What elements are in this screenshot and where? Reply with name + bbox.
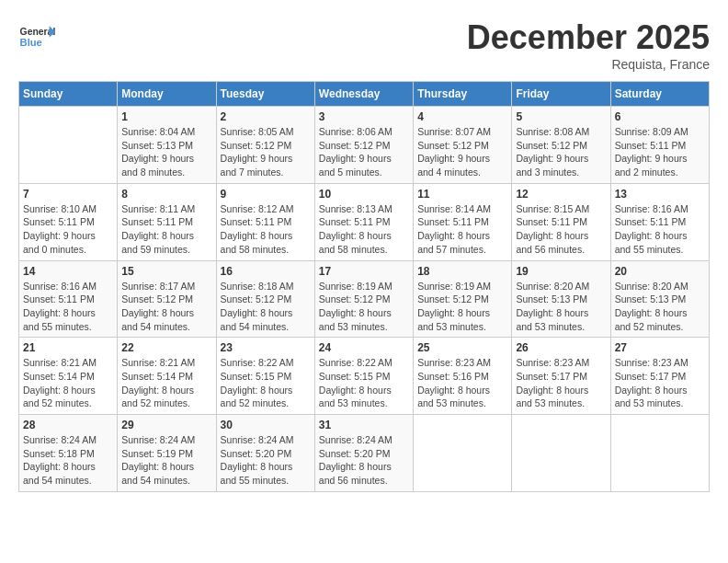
day-info: Sunrise: 8:04 AM Sunset: 5:13 PM Dayligh… [121, 125, 211, 179]
calendar-cell: 5Sunrise: 8:08 AM Sunset: 5:12 PM Daylig… [512, 107, 610, 184]
day-number: 24 [319, 341, 409, 354]
day-info: Sunrise: 8:05 AM Sunset: 5:12 PM Dayligh… [221, 125, 311, 179]
day-number: 22 [121, 341, 211, 354]
calendar-cell: 25Sunrise: 8:23 AM Sunset: 5:16 PM Dayli… [414, 338, 512, 415]
calendar-cell: 7Sunrise: 8:10 AM Sunset: 5:11 PM Daylig… [19, 183, 118, 260]
day-info: Sunrise: 8:20 AM Sunset: 5:13 PM Dayligh… [516, 280, 606, 334]
day-info: Sunrise: 8:09 AM Sunset: 5:11 PM Dayligh… [615, 125, 705, 179]
day-info: Sunrise: 8:11 AM Sunset: 5:11 PM Dayligh… [121, 202, 211, 257]
calendar-table: SundayMondayTuesdayWednesdayThursdayFrid… [18, 81, 710, 492]
calendar-cell: 9Sunrise: 8:12 AM Sunset: 5:11 PM Daylig… [216, 183, 314, 260]
location: Requista, France [467, 57, 710, 72]
calendar-cell: 11Sunrise: 8:14 AM Sunset: 5:11 PM Dayli… [414, 183, 512, 260]
day-number: 7 [23, 188, 113, 201]
calendar-week-2: 7Sunrise: 8:10 AM Sunset: 5:11 PM Daylig… [19, 183, 710, 260]
logo: General Blue [18, 18, 59, 55]
calendar-cell: 19Sunrise: 8:20 AM Sunset: 5:13 PM Dayli… [512, 260, 610, 338]
day-info: Sunrise: 8:13 AM Sunset: 5:11 PM Dayligh… [319, 202, 409, 257]
day-number: 19 [516, 265, 606, 278]
calendar-cell [19, 107, 118, 184]
day-info: Sunrise: 8:12 AM Sunset: 5:11 PM Dayligh… [221, 202, 311, 257]
day-number: 25 [417, 341, 507, 354]
day-number: 29 [121, 419, 211, 431]
calendar-cell: 16Sunrise: 8:18 AM Sunset: 5:12 PM Dayli… [216, 260, 314, 338]
calendar-cell: 8Sunrise: 8:11 AM Sunset: 5:11 PM Daylig… [118, 183, 216, 260]
day-number: 16 [221, 265, 311, 278]
svg-text:Blue: Blue [20, 37, 42, 48]
calendar-cell: 4Sunrise: 8:07 AM Sunset: 5:12 PM Daylig… [414, 107, 512, 184]
day-info: Sunrise: 8:20 AM Sunset: 5:13 PM Dayligh… [615, 280, 705, 334]
calendar-cell: 2Sunrise: 8:05 AM Sunset: 5:12 PM Daylig… [216, 107, 314, 184]
day-info: Sunrise: 8:15 AM Sunset: 5:11 PM Dayligh… [516, 202, 606, 257]
calendar-week-1: 1Sunrise: 8:04 AM Sunset: 5:13 PM Daylig… [19, 107, 710, 184]
weekday-header-monday: Monday [118, 82, 216, 107]
day-number: 30 [221, 419, 311, 431]
day-number: 18 [417, 265, 507, 278]
weekday-header-thursday: Thursday [414, 82, 512, 107]
calendar-cell: 27Sunrise: 8:23 AM Sunset: 5:17 PM Dayli… [610, 338, 709, 415]
day-info: Sunrise: 8:21 AM Sunset: 5:14 PM Dayligh… [23, 356, 113, 410]
weekday-header-sunday: Sunday [19, 82, 118, 107]
title-area: December 2025 Requista, France [467, 18, 710, 72]
day-info: Sunrise: 8:22 AM Sunset: 5:15 PM Dayligh… [319, 356, 409, 410]
calendar-cell: 15Sunrise: 8:17 AM Sunset: 5:12 PM Dayli… [118, 260, 216, 338]
day-number: 10 [319, 188, 409, 201]
day-number: 28 [23, 419, 113, 431]
calendar-cell: 13Sunrise: 8:16 AM Sunset: 5:11 PM Dayli… [610, 183, 709, 260]
day-info: Sunrise: 8:24 AM Sunset: 5:18 PM Dayligh… [23, 433, 113, 488]
calendar-cell [610, 415, 709, 492]
calendar-cell: 28Sunrise: 8:24 AM Sunset: 5:18 PM Dayli… [19, 415, 118, 492]
day-number: 15 [121, 265, 211, 278]
day-number: 4 [417, 110, 507, 123]
weekday-header-tuesday: Tuesday [216, 82, 314, 107]
calendar-cell: 18Sunrise: 8:19 AM Sunset: 5:12 PM Dayli… [414, 260, 512, 338]
calendar-cell: 1Sunrise: 8:04 AM Sunset: 5:13 PM Daylig… [118, 107, 216, 184]
weekday-header-wednesday: Wednesday [314, 82, 413, 107]
calendar-cell: 21Sunrise: 8:21 AM Sunset: 5:14 PM Dayli… [19, 338, 118, 415]
day-info: Sunrise: 8:24 AM Sunset: 5:20 PM Dayligh… [319, 433, 409, 488]
month-title: December 2025 [467, 18, 710, 57]
day-number: 21 [23, 341, 113, 354]
page-header: General Blue December 2025 Requista, Fra… [18, 18, 710, 72]
day-info: Sunrise: 8:24 AM Sunset: 5:19 PM Dayligh… [121, 433, 211, 488]
calendar-cell: 20Sunrise: 8:20 AM Sunset: 5:13 PM Dayli… [610, 260, 709, 338]
day-info: Sunrise: 8:16 AM Sunset: 5:11 PM Dayligh… [615, 202, 705, 257]
day-number: 14 [23, 265, 113, 278]
calendar-cell: 22Sunrise: 8:21 AM Sunset: 5:14 PM Dayli… [118, 338, 216, 415]
day-number: 9 [221, 188, 311, 201]
calendar-cell: 31Sunrise: 8:24 AM Sunset: 5:20 PM Dayli… [314, 415, 413, 492]
day-number: 31 [319, 419, 409, 431]
calendar-cell: 26Sunrise: 8:23 AM Sunset: 5:17 PM Dayli… [512, 338, 610, 415]
calendar-cell [414, 415, 512, 492]
day-info: Sunrise: 8:19 AM Sunset: 5:12 PM Dayligh… [417, 280, 507, 334]
day-info: Sunrise: 8:23 AM Sunset: 5:16 PM Dayligh… [417, 356, 507, 410]
day-info: Sunrise: 8:24 AM Sunset: 5:20 PM Dayligh… [221, 433, 311, 488]
day-number: 20 [615, 265, 705, 278]
day-number: 13 [615, 188, 705, 201]
day-info: Sunrise: 8:07 AM Sunset: 5:12 PM Dayligh… [417, 125, 507, 179]
day-info: Sunrise: 8:21 AM Sunset: 5:14 PM Dayligh… [121, 356, 211, 410]
day-number: 3 [319, 110, 409, 123]
day-info: Sunrise: 8:16 AM Sunset: 5:11 PM Dayligh… [23, 280, 113, 334]
day-number: 12 [516, 188, 606, 201]
day-number: 2 [221, 110, 311, 123]
calendar-cell: 17Sunrise: 8:19 AM Sunset: 5:12 PM Dayli… [314, 260, 413, 338]
calendar-cell: 29Sunrise: 8:24 AM Sunset: 5:19 PM Dayli… [118, 415, 216, 492]
calendar-cell: 30Sunrise: 8:24 AM Sunset: 5:20 PM Dayli… [216, 415, 314, 492]
day-info: Sunrise: 8:23 AM Sunset: 5:17 PM Dayligh… [516, 356, 606, 410]
day-number: 8 [121, 188, 211, 201]
day-info: Sunrise: 8:10 AM Sunset: 5:11 PM Dayligh… [23, 202, 113, 257]
day-info: Sunrise: 8:23 AM Sunset: 5:17 PM Dayligh… [615, 356, 705, 410]
day-info: Sunrise: 8:08 AM Sunset: 5:12 PM Dayligh… [516, 125, 606, 179]
weekday-header-saturday: Saturday [610, 82, 709, 107]
day-number: 11 [417, 188, 507, 201]
day-info: Sunrise: 8:06 AM Sunset: 5:12 PM Dayligh… [319, 125, 409, 179]
day-number: 27 [615, 341, 705, 354]
header-row: SundayMondayTuesdayWednesdayThursdayFrid… [19, 82, 710, 107]
day-info: Sunrise: 8:22 AM Sunset: 5:15 PM Dayligh… [221, 356, 311, 410]
calendar-week-5: 28Sunrise: 8:24 AM Sunset: 5:18 PM Dayli… [19, 415, 710, 492]
calendar-week-4: 21Sunrise: 8:21 AM Sunset: 5:14 PM Dayli… [19, 338, 710, 415]
day-number: 26 [516, 341, 606, 354]
calendar-cell: 3Sunrise: 8:06 AM Sunset: 5:12 PM Daylig… [314, 107, 413, 184]
day-number: 1 [121, 110, 211, 123]
